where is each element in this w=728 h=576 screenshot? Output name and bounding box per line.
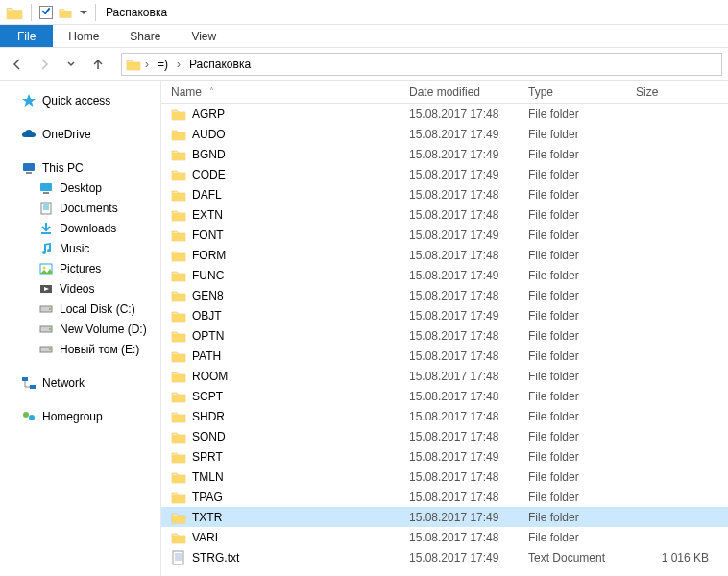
file-row[interactable]: CODE15.08.2017 17:49File folder — [161, 164, 728, 184]
nav-homegroup[interactable]: Homegroup — [0, 406, 160, 426]
tab-share[interactable]: Share — [114, 25, 176, 47]
chevron-right-icon[interactable]: › — [143, 54, 151, 75]
nav-label: Network — [42, 376, 85, 390]
file-name: OBJT — [192, 309, 222, 323]
folder-icon — [171, 328, 186, 344]
file-date: 15.08.2017 17:48 — [400, 289, 519, 302]
svg-rect-5 — [23, 163, 35, 171]
nav-quick-access[interactable]: Quick access — [0, 90, 160, 110]
titlebar: Распаковка — [0, 0, 728, 25]
file-type: File folder — [519, 491, 626, 504]
file-row[interactable]: BGND15.08.2017 17:49File folder — [161, 144, 728, 164]
nav-videos[interactable]: Videos — [0, 278, 160, 299]
nav-downloads[interactable]: Downloads — [0, 218, 160, 238]
svg-point-20 — [49, 328, 51, 330]
chevron-right-icon[interactable]: › — [175, 54, 182, 75]
homegroup-icon — [21, 409, 36, 424]
file-name: FUNC — [192, 269, 224, 282]
file-row[interactable]: TMLN15.08.2017 17:48File folder — [161, 467, 728, 487]
column-date[interactable]: Date modified — [400, 85, 519, 99]
nav-label: Videos — [60, 282, 94, 296]
nav-this-pc[interactable]: This PC — [0, 157, 160, 178]
column-type[interactable]: Type — [519, 85, 626, 99]
folder-icon — [171, 288, 186, 303]
file-row[interactable]: VARI15.08.2017 17:48File folder — [161, 527, 728, 547]
file-date: 15.08.2017 17:48 — [400, 208, 519, 222]
file-name: SPRT — [192, 450, 223, 464]
breadcrumb-item[interactable]: Распаковка — [184, 54, 255, 75]
recent-dropdown-icon[interactable] — [60, 53, 83, 76]
pictures-icon — [38, 261, 54, 276]
file-row[interactable]: SPRT15.08.2017 17:49File folder — [161, 446, 728, 467]
up-button[interactable] — [86, 53, 109, 76]
breadcrumb-item[interactable]: =) — [153, 54, 173, 75]
file-row[interactable]: FONT15.08.2017 17:49File folder — [161, 225, 728, 245]
file-date: 15.08.2017 17:49 — [400, 148, 519, 161]
file-row[interactable]: SCPT15.08.2017 17:48File folder — [161, 386, 728, 406]
nav-drive[interactable]: Local Disk (C:) — [0, 299, 160, 319]
breadcrumb[interactable]: › =) › Распаковка — [121, 53, 722, 76]
folder-icon — [171, 308, 186, 324]
forward-button[interactable] — [33, 53, 56, 76]
file-row[interactable]: SOND15.08.2017 17:48File folder — [161, 426, 728, 446]
file-date: 15.08.2017 17:49 — [400, 168, 519, 181]
nav-documents[interactable]: Documents — [0, 198, 160, 218]
qat-properties-icon[interactable] — [39, 6, 53, 19]
nav-desktop[interactable]: Desktop — [0, 178, 160, 198]
column-size[interactable]: Size — [626, 85, 728, 99]
nav-label: Music — [60, 242, 89, 255]
file-row[interactable]: SHDR15.08.2017 17:48File folder — [161, 406, 728, 426]
nav-label: Homegroup — [42, 410, 103, 423]
file-row[interactable]: DAFL15.08.2017 17:48File folder — [161, 184, 728, 204]
file-row[interactable]: FUNC15.08.2017 17:49File folder — [161, 265, 728, 285]
file-row[interactable]: FORM15.08.2017 17:48File folder — [161, 245, 728, 265]
folder-icon — [171, 389, 186, 404]
column-headers: Name˄ Date modified Type Size — [161, 81, 728, 104]
file-date: 15.08.2017 17:48 — [400, 410, 519, 423]
tab-view[interactable]: View — [176, 25, 231, 47]
file-row[interactable]: TXTR15.08.2017 17:49File folder — [161, 507, 728, 527]
folder-icon — [6, 4, 23, 21]
file-name: STRG.txt — [192, 551, 239, 564]
qat-dropdown-icon[interactable] — [80, 11, 87, 14]
main-area: Quick access OneDrive This PC DesktopDoc… — [0, 81, 728, 576]
file-row[interactable]: PATH15.08.2017 17:48File folder — [161, 346, 728, 366]
file-row[interactable]: TPAG15.08.2017 17:48File folder — [161, 487, 728, 507]
back-button[interactable] — [6, 53, 29, 76]
svg-rect-23 — [22, 377, 28, 381]
file-row[interactable]: OBJT15.08.2017 17:49File folder — [161, 305, 728, 325]
file-row[interactable]: GEN815.08.2017 17:48File folder — [161, 285, 728, 305]
file-row[interactable]: AUDO15.08.2017 17:49File folder — [161, 124, 728, 144]
folder-icon — [171, 449, 186, 465]
svg-point-22 — [49, 348, 51, 350]
nav-music[interactable]: Music — [0, 238, 160, 258]
nav-pictures[interactable]: Pictures — [0, 258, 160, 278]
nav-label: This PC — [42, 161, 84, 175]
file-row[interactable]: EXTN15.08.2017 17:48File folder — [161, 204, 728, 225]
videos-icon — [38, 281, 54, 297]
column-name[interactable]: Name˄ — [161, 85, 400, 99]
quick-access-toolbar — [0, 4, 98, 21]
nav-onedrive[interactable]: OneDrive — [0, 124, 160, 144]
file-type: File folder — [519, 410, 626, 423]
file-type: File folder — [519, 349, 626, 363]
file-type: Text Document — [519, 551, 626, 564]
file-name: ROOM — [192, 370, 228, 383]
file-row[interactable]: STRG.txt15.08.2017 17:49Text Document1 0… — [161, 547, 728, 567]
cloud-icon — [21, 127, 36, 142]
file-type: File folder — [519, 370, 626, 383]
nav-drive[interactable]: Новый том (E:) — [0, 339, 160, 359]
file-type: File folder — [519, 511, 626, 524]
nav-network[interactable]: Network — [0, 372, 160, 393]
tab-home[interactable]: Home — [53, 25, 114, 47]
file-row[interactable]: ROOM15.08.2017 17:48File folder — [161, 366, 728, 386]
qat-newfolder-icon[interactable] — [59, 6, 72, 19]
file-name: OPTN — [192, 329, 224, 343]
nav-drive[interactable]: New Volume (D:) — [0, 319, 160, 339]
folder-icon — [171, 127, 186, 142]
drive-icon — [38, 301, 54, 317]
file-row[interactable]: AGRP15.08.2017 17:48File folder — [161, 104, 728, 124]
network-icon — [21, 375, 36, 391]
file-row[interactable]: OPTN15.08.2017 17:48File folder — [161, 325, 728, 346]
tab-file[interactable]: File — [0, 25, 53, 47]
